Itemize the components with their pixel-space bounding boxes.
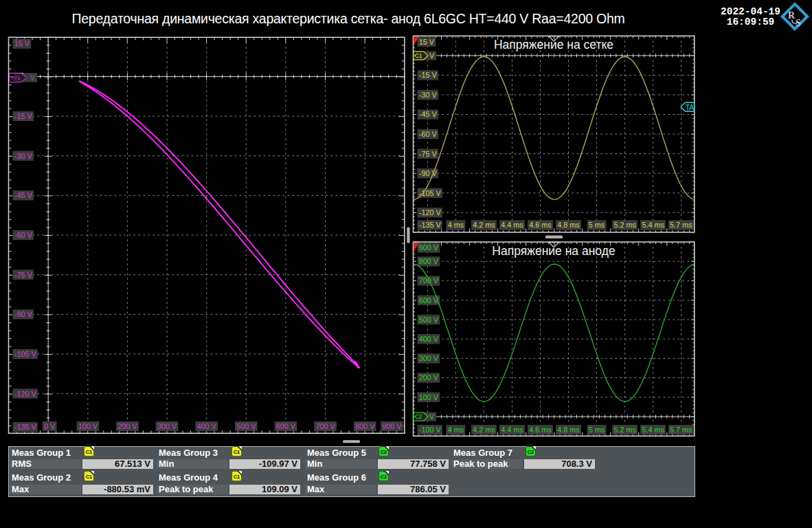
svg-text:XY1: XY1 [11,76,21,80]
svg-text:-105 V: -105 V [419,189,442,197]
svg-text:600 V: 600 V [276,422,296,430]
svg-text:-105 V: -105 V [14,350,37,358]
svg-text:4.8 ms: 4.8 ms [557,221,580,229]
svg-text:-135 V: -135 V [419,221,442,229]
svg-text:100 V: 100 V [78,422,98,430]
svg-text:0 V: 0 V [44,422,56,430]
svg-text:300 V: 300 V [157,422,177,430]
svg-text:-15 V: -15 V [419,71,438,79]
svg-text:V: V [429,412,435,421]
svg-text:TA: TA [686,104,694,111]
svg-text:Напряжение на аноде: Напряжение на аноде [492,244,615,258]
svg-text:4.4 ms: 4.4 ms [501,221,523,229]
svg-text:5.4 ms: 5.4 ms [642,426,664,434]
svg-text:800 V: 800 V [419,257,439,265]
svg-text:V: V [30,74,35,82]
svg-text:5.2 ms: 5.2 ms [613,221,636,229]
svg-text:600 V: 600 V [419,296,439,305]
svg-text:-120 V: -120 V [419,208,442,217]
svg-text:-75 V: -75 V [419,150,438,158]
svg-text:R: R [788,10,796,21]
svg-text:-90 V: -90 V [14,310,33,318]
svg-text:-45 V: -45 V [14,191,33,199]
svg-text:400 V: 400 V [419,335,439,343]
svg-text:15 V: 15 V [419,38,435,46]
svg-text:5 ms: 5 ms [589,221,605,229]
svg-text:400 V: 400 V [197,422,217,430]
svg-text:-15 V: -15 V [14,112,33,120]
svg-text:-30 V: -30 V [14,152,33,160]
svg-text:200 V: 200 V [419,373,439,382]
svg-text:4.2 ms: 4.2 ms [473,426,495,434]
svg-text:5.4 ms: 5.4 ms [642,221,664,229]
svg-text:-30 V: -30 V [419,91,438,99]
svg-text:900 V: 900 V [382,422,402,430]
svg-text:Напряжение на сетке: Напряжение на сетке [494,38,613,52]
svg-text:-135 V: -135 V [14,423,37,431]
svg-text:5.7 ms: 5.7 ms [670,221,692,229]
svg-text:5.7 ms: 5.7 ms [670,426,692,434]
svg-text:V: V [429,52,435,60]
svg-text:4.4 ms: 4.4 ms [501,426,523,434]
svg-text:900 V: 900 V [419,243,439,252]
svg-text:-75 V: -75 V [14,271,33,279]
svg-text:4.8 ms: 4.8 ms [557,426,580,434]
svg-text:500 V: 500 V [236,422,256,430]
svg-text:4 ms: 4 ms [448,426,464,434]
svg-text:5 ms: 5 ms [589,426,605,434]
svg-text:500 V: 500 V [419,316,439,324]
svg-text:-45 V: -45 V [419,110,438,118]
svg-text:4.6 ms: 4.6 ms [529,221,552,229]
svg-text:4.6 ms: 4.6 ms [529,426,552,434]
svg-text:200 V: 200 V [117,422,137,430]
svg-text:800 V: 800 V [355,422,375,430]
svg-text:-120 V: -120 V [14,390,37,398]
svg-text:700 V: 700 V [315,422,335,430]
svg-text:5.2 ms: 5.2 ms [613,426,636,434]
svg-text:4 ms: 4 ms [448,221,464,229]
svg-text:-60 V: -60 V [419,130,438,138]
svg-text:300 V: 300 V [419,354,439,362]
svg-text:4.2 ms: 4.2 ms [473,221,495,229]
svg-text:100 V: 100 V [419,393,439,402]
svg-text:C2: C2 [415,413,422,420]
svg-text:S: S [796,18,801,28]
svg-text:C1: C1 [415,52,422,59]
svg-text:15 V: 15 V [14,39,30,47]
svg-text:-60 V: -60 V [14,231,33,239]
svg-text:-100 V: -100 V [419,426,442,434]
